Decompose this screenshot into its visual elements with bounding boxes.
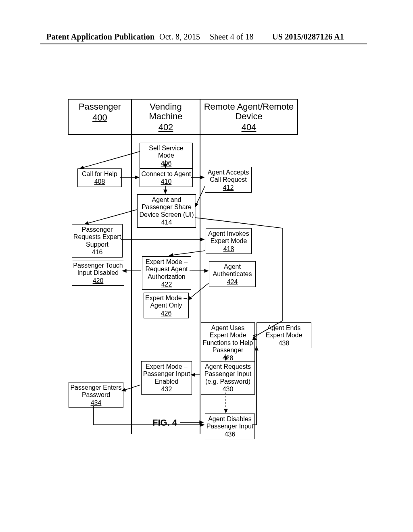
box-agent-invokes-expert: Agent Invokes Expert Mode 418 bbox=[206, 228, 252, 254]
lane-remote-title: Remote Agent/Remote Device bbox=[200, 100, 297, 121]
box-agent-disables-input: Agent Disables Passenger Input 436 bbox=[205, 414, 255, 439]
box-424-ref: 424 bbox=[210, 278, 254, 286]
box-430-ref: 430 bbox=[202, 386, 254, 393]
box-agent-accepts-call: Agent Accepts Call Request 412 bbox=[205, 167, 252, 193]
box-422-ref: 422 bbox=[143, 281, 190, 288]
lane-vending: Vending Machine 402 bbox=[131, 99, 200, 135]
box-passenger-input-enabled: Expert Mode – Passenger Input Enabled 43… bbox=[141, 361, 192, 395]
box-412-title: Agent Accepts Call Request bbox=[206, 169, 250, 184]
box-touch-disabled: Passenger Touch Input Disabled 420 bbox=[72, 260, 124, 286]
box-416-ref: 416 bbox=[73, 249, 121, 256]
header-rule bbox=[40, 44, 367, 44]
box-406-title: Self Service Mode bbox=[141, 145, 192, 160]
figure-label: FIG. 4 bbox=[152, 418, 177, 428]
box-422-title: Expert Mode – Request Agent Authorizatio… bbox=[143, 258, 190, 281]
box-432-ref: 432 bbox=[142, 386, 191, 393]
lane-vending-title: Vending Machine bbox=[132, 100, 200, 121]
lane-divider-1 bbox=[131, 134, 132, 434]
box-call-for-help: Call for Help 408 bbox=[77, 168, 122, 187]
lane-vending-ref: 402 bbox=[132, 122, 200, 133]
fig-arrow bbox=[0, 0, 413, 532]
box-412-ref: 412 bbox=[206, 184, 250, 191]
box-434-ref: 434 bbox=[70, 399, 122, 407]
svg-line-7 bbox=[195, 218, 282, 228]
lane-remote: Remote Agent/Remote Device 404 bbox=[200, 99, 298, 135]
box-request-authorization: Expert Mode – Request Agent Authorizatio… bbox=[142, 256, 191, 290]
box-418-ref: 418 bbox=[207, 245, 250, 253]
lane-passenger-ref: 400 bbox=[69, 112, 131, 123]
box-408-title: Call for Help bbox=[79, 170, 121, 178]
box-428-title: Agent Uses Expert Mode Functions to Help… bbox=[202, 324, 254, 354]
header-publication: Patent Application Publication bbox=[46, 32, 154, 42]
box-438-title: Agent Ends Expert Mode bbox=[258, 324, 310, 339]
box-self-service-mode: Self Service Mode 406 bbox=[140, 143, 193, 168]
box-414-ref: 414 bbox=[138, 219, 195, 226]
box-438-ref: 438 bbox=[258, 340, 310, 347]
lane-remote-ref: 404 bbox=[200, 122, 297, 133]
box-436-title: Agent Disables Passenger Input bbox=[206, 416, 254, 430]
box-426-ref: 426 bbox=[145, 310, 188, 317]
box-434-title: Passenger Enters Password bbox=[70, 384, 122, 399]
box-passenger-requests-expert: Passenger Requests Expert Support 416 bbox=[72, 224, 123, 258]
connector-layer bbox=[0, 0, 413, 532]
box-agent-only: Expert Mode – Agent Only 426 bbox=[144, 293, 189, 318]
box-agent-uses-expert: Agent Uses Expert Mode Functions to Help… bbox=[201, 322, 255, 363]
box-420-ref: 420 bbox=[73, 277, 123, 285]
box-420-title: Passenger Touch Input Disabled bbox=[73, 262, 123, 277]
svg-line-6 bbox=[85, 210, 137, 224]
box-410-ref: 410 bbox=[141, 178, 192, 185]
box-414-title: Agent and Passenger Share Device Screen … bbox=[138, 196, 195, 218]
box-agent-ends-expert: Agent Ends Expert Mode 438 bbox=[257, 322, 311, 348]
box-418-title: Agent Invokes Expert Mode bbox=[207, 230, 250, 245]
box-424-title: Agent Authenticates bbox=[210, 263, 254, 278]
box-share-screen: Agent and Passenger Share Device Screen … bbox=[137, 194, 196, 228]
header-date: Oct. 8, 2015 bbox=[159, 32, 200, 42]
box-agent-requests-input: Agent Requests Passenger Input (e.g. Pas… bbox=[201, 361, 255, 395]
lane-passenger-title: Passenger bbox=[69, 100, 131, 112]
box-406-ref: 406 bbox=[141, 160, 192, 167]
box-426-title: Expert Mode – Agent Only bbox=[145, 295, 188, 310]
box-connect-to-agent: Connect to Agent 410 bbox=[140, 168, 193, 187]
svg-line-1 bbox=[80, 152, 140, 168]
box-416-title: Passenger Requests Expert Support bbox=[73, 226, 121, 248]
header-pubno: US 2015/0287126 A1 bbox=[272, 32, 344, 42]
box-432-title: Expert Mode – Passenger Input Enabled bbox=[142, 363, 191, 385]
box-410-title: Connect to Agent bbox=[141, 170, 192, 178]
lane-passenger: Passenger 400 bbox=[68, 99, 132, 135]
box-408-ref: 408 bbox=[79, 178, 121, 185]
box-436-ref: 436 bbox=[206, 431, 254, 438]
box-passenger-enters-pwd: Passenger Enters Password 434 bbox=[69, 382, 123, 408]
lane-divider-2 bbox=[200, 134, 200, 434]
box-agent-authenticates: Agent Authenticates 424 bbox=[209, 261, 256, 287]
header-sheet: Sheet 4 of 18 bbox=[210, 32, 254, 42]
box-430-title: Agent Requests Passenger Input (e.g. Pas… bbox=[202, 363, 254, 385]
